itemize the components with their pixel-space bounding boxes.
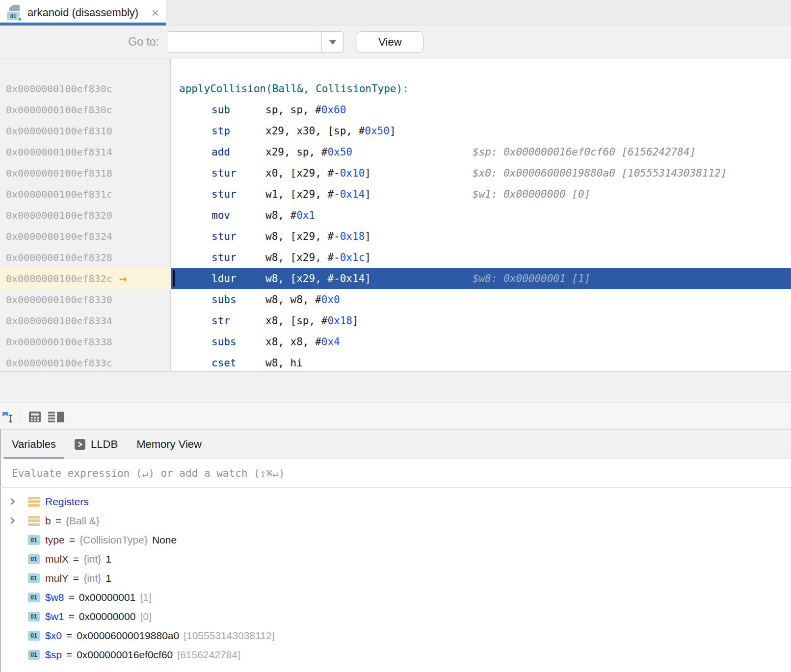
address-gutter-cell[interactable]: 0x0000000100ef8314 [0, 141, 171, 162]
primitive-01-icon: 01 [28, 612, 40, 621]
operands: w1, [x29, #-0x14] [265, 188, 371, 200]
disasm-line[interactable]: 0x0000000100ef8324 sturw8, [x29, #-0x18] [0, 226, 791, 247]
address-gutter-cell[interactable]: 0x0000000100ef8334 [0, 310, 171, 331]
disasm-line[interactable]: 0x0000000100ef8310 stpx29, x30, [sp, #0x… [0, 120, 791, 141]
disasm-line-current-execution[interactable]: 0x0000000100ef832c→ ldurw8, [x29, #-0x14… [0, 268, 791, 289]
disasm-line[interactable]: 0x0000000100ef8320 movw8, #0x1 [0, 205, 791, 226]
code-cell[interactable]: addx29, sp, #0x50$sp: 0x000000016ef0cf60… [171, 141, 791, 162]
instruction-address: 0x0000000100ef833c [6, 357, 112, 369]
chevron-right-icon[interactable] [10, 497, 28, 506]
tab-lldb[interactable]: LLDB [73, 430, 120, 459]
disasm-line[interactable]: 0x0000000100ef8338 subsx8, x8, #0x4 [0, 331, 791, 352]
disasm-line[interactable]: 0x0000000100ef830c subsp, sp, #0x60 [0, 99, 791, 120]
address-gutter-cell[interactable]: 0x0000000100ef830c [0, 99, 171, 120]
variable-name: Registers [45, 496, 89, 508]
instruction-address: 0x0000000100ef8334 [6, 315, 112, 327]
variable-row-mulx[interactable]: 01 mulX = {int} 1 [1, 549, 791, 569]
tab-title: arkanoid (disassembly) [27, 6, 138, 19]
code-cell[interactable]: movw8, #0x1 [171, 205, 791, 226]
active-tab-underline [0, 23, 166, 26]
evaluate-expression-input[interactable] [1, 467, 791, 479]
variable-row-w8[interactable]: 01 $w8 = 0x00000001 [1] [1, 588, 791, 607]
toolbar-separator [21, 408, 21, 426]
mnemonic: stp [211, 125, 265, 137]
code-cell[interactable]: ldurw8, [x29, #-0x14]$w8: 0x00000001 [1] [171, 268, 791, 289]
evaluate-cursor-icon[interactable] [1, 408, 18, 426]
variable-row-sp[interactable]: 01 $sp = 0x000000016ef0cf60 [6156242784] [1, 645, 791, 664]
tab-memory-view[interactable]: Memory View [134, 430, 204, 459]
code-cell[interactable]: strx8, [sp, #0x18] [171, 310, 791, 331]
operands: sp, sp, #0x60 [265, 104, 346, 116]
address-gutter-cell[interactable]: 0x0000000100ef830c [0, 78, 171, 99]
address-gutter-cell[interactable]: 0x0000000100ef8320 [0, 205, 171, 226]
address-gutter-cell[interactable]: 0x0000000100ef831c [0, 183, 171, 205]
chevron-right-icon[interactable] [10, 517, 28, 525]
code-cell[interactable]: sturx0, [x29, #-0x10]$x0: 0x000060000198… [171, 162, 791, 183]
mnemonic: subs [211, 336, 265, 348]
code-cell[interactable]: stpx29, x30, [sp, #0x50] [171, 120, 791, 141]
disasm-line[interactable]: 0x0000000100ef831c sturw1, [x29, #-0x14]… [0, 183, 791, 205]
variable-row-w1[interactable]: 01 $w1 = 0x00000000 [0] [1, 607, 791, 626]
variable-row-registers[interactable]: Registers [1, 492, 791, 511]
goto-input[interactable] [167, 32, 321, 52]
goto-toolbar: Go to: View [0, 26, 791, 58]
combobox-dropdown-button[interactable] [321, 32, 343, 52]
address-gutter-cell[interactable]: 0x0000000100ef8330 [0, 289, 171, 310]
instruction-address: 0x0000000100ef8314 [6, 146, 112, 158]
register-decimal-value: [6156242784] [177, 649, 240, 661]
address-gutter-cell[interactable]: 0x0000000100ef8338 [0, 331, 171, 352]
address-gutter-cell[interactable]: 0x0000000100ef832c→ [0, 268, 171, 289]
operands: x0, [x29, #-0x10] [265, 167, 371, 179]
address-gutter-cell[interactable]: 0x0000000100ef833c [0, 352, 171, 372]
debug-toolbar [0, 405, 791, 429]
instruction-address: 0x0000000100ef830c [6, 104, 112, 116]
disasm-line[interactable]: 0x0000000100ef8314 addx29, sp, #0x50$sp:… [0, 141, 791, 162]
variable-row-type[interactable]: 01 type = {CollisionType} None [1, 530, 791, 549]
tab-arkanoid-disassembly[interactable]: 01 arkanoid (disassembly) × [0, 0, 166, 26]
tab-variables[interactable]: Variables [10, 430, 58, 459]
calculator-icon[interactable] [26, 408, 43, 426]
variable-type: {int} [83, 572, 101, 584]
instruction-address: 0x0000000100ef832c [6, 273, 112, 284]
code-cell[interactable]: subsp, sp, #0x60 [171, 99, 791, 120]
disasm-line[interactable]: 0x0000000100ef8318 sturx0, [x29, #-0x10]… [0, 162, 791, 183]
tab-lldb-label: LLDB [91, 438, 118, 451]
code-cell[interactable]: subsw8, w8, #0x0 [171, 289, 791, 310]
equals-sign: = [55, 515, 61, 527]
operands: w8, [x29, #-0x18] [265, 231, 371, 242]
instruction-address: 0x0000000100ef830c [6, 83, 112, 95]
mnemonic: mov [211, 209, 265, 221]
mnemonic: str [211, 315, 265, 327]
code-cell[interactable]: applyCollision(Ball&, CollisionType): [171, 78, 791, 99]
variable-row-b[interactable]: b = {Ball &} [1, 511, 791, 530]
view-button[interactable]: View [357, 31, 423, 52]
register-name: $x0 [45, 630, 62, 642]
code-cell[interactable]: sturw8, [x29, #-0x1c] [171, 247, 791, 268]
variable-row-muly[interactable]: 01 mulY = {int} 1 [1, 569, 791, 588]
primitive-01-icon: 01 [28, 535, 40, 545]
close-icon[interactable]: × [152, 6, 159, 19]
panel-splitter[interactable] [0, 372, 791, 404]
register-name: $w1 [45, 611, 64, 622]
address-gutter-cell[interactable]: 0x0000000100ef8324 [0, 226, 171, 247]
address-gutter-cell[interactable]: 0x0000000100ef8310 [0, 120, 171, 141]
disassembly-editor[interactable]: 0x0000000100ef830c applyCollision(Ball&,… [0, 58, 791, 372]
address-gutter-cell[interactable]: 0x0000000100ef8318 [0, 162, 171, 183]
disasm-line[interactable]: 0x0000000100ef8328 sturw8, [x29, #-0x1c] [0, 247, 791, 268]
variable-row-x0[interactable]: 01 $x0 = 0x00006000019880a0 [10555314303… [1, 626, 791, 645]
address-gutter-cell[interactable]: 0x0000000100ef8328 [0, 247, 171, 268]
disasm-line[interactable]: 0x0000000100ef833c csetw8, hi [0, 352, 791, 372]
code-cell[interactable]: subsx8, x8, #0x4 [171, 331, 791, 352]
code-cell[interactable]: csetw8, hi [171, 352, 791, 372]
disasm-line[interactable]: 0x0000000100ef8330 subsw8, w8, #0x0 [0, 289, 791, 310]
goto-combobox[interactable] [167, 31, 343, 52]
instruction-address: 0x0000000100ef8328 [6, 252, 112, 263]
register-value: 0x00000000 [79, 611, 136, 622]
code-cell[interactable]: sturw1, [x29, #-0x14]$w1: 0x00000000 [0] [171, 183, 791, 205]
code-cell[interactable]: sturw8, [x29, #-0x18] [171, 226, 791, 247]
register-decimal-value: [0] [140, 611, 151, 622]
disasm-line[interactable]: 0x0000000100ef8334 strx8, [sp, #0x18] [0, 310, 791, 331]
layout-icon[interactable] [48, 408, 65, 426]
operands: x8, [sp, #0x18] [265, 315, 359, 327]
function-label-line[interactable]: 0x0000000100ef830c applyCollision(Ball&,… [0, 78, 791, 99]
